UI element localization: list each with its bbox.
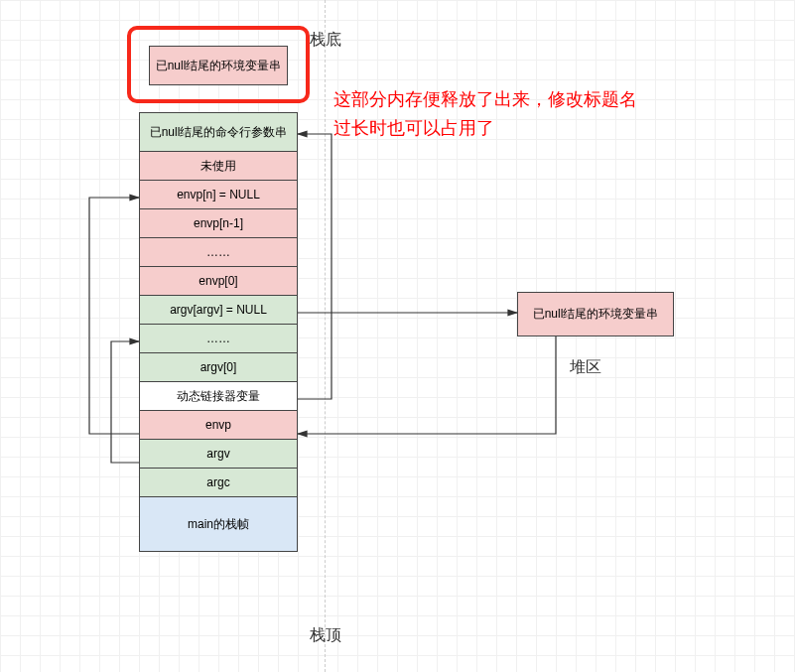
stack-cell-2: envp[n] = NULL <box>139 180 298 209</box>
stack-top-label: 栈顶 <box>310 625 341 646</box>
stack-cell-13: main的栈帧 <box>139 496 298 552</box>
stack-cell-4: …… <box>139 237 298 267</box>
stack-column: 已null结尾的命令行参数串未使用envp[n] = NULLenvp[n-1]… <box>139 113 298 552</box>
stack-cell-5: envp[0] <box>139 266 298 296</box>
stack-cell-8: argv[0] <box>139 352 298 382</box>
stack-cell-0: 已null结尾的命令行参数串 <box>139 112 298 152</box>
stack-cell-9: 动态链接器变量 <box>139 381 298 411</box>
stack-cell-1: 未使用 <box>139 151 298 181</box>
stack-bottom-label: 栈底 <box>310 30 341 51</box>
stack-cell-3: envp[n-1] <box>139 208 298 238</box>
heap-cell-env-strings: 已null结尾的环境变量串 <box>517 292 674 336</box>
heap-area-label: 堆区 <box>570 357 601 378</box>
highlight-border <box>127 26 310 103</box>
stack-cell-12: argc <box>139 468 298 497</box>
stack-cell-10: envp <box>139 410 298 440</box>
stack-cell-7: …… <box>139 324 298 353</box>
annotation-line1: 这部分内存便释放了出来，修改标题名 <box>333 85 637 114</box>
stack-cell-11: argv <box>139 439 298 469</box>
annotation-text: 这部分内存便释放了出来，修改标题名 过长时也可以占用了 <box>333 85 637 143</box>
annotation-line2: 过长时也可以占用了 <box>333 114 637 143</box>
stack-cell-6: argv[argv] = NULL <box>139 295 298 325</box>
center-dashed-guide <box>325 0 326 672</box>
